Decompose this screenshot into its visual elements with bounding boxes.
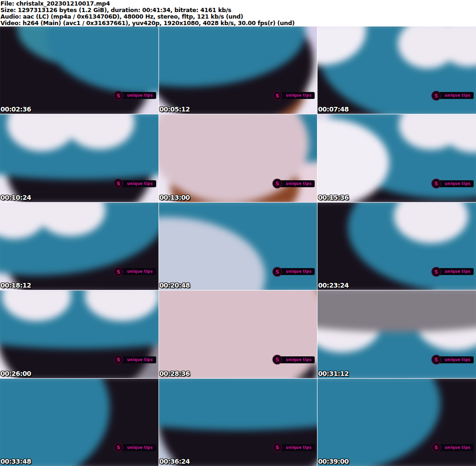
timestamp-overlay: 00:05:12 xyxy=(159,105,190,113)
tip-watermark: 5 unique tips xyxy=(433,356,474,363)
thumbnail-art xyxy=(159,203,317,290)
tip-watermark: 5 unique tips xyxy=(433,92,474,99)
tip-watermark-label: unique tips xyxy=(445,446,470,450)
tip-watermark-label: unique tips xyxy=(286,358,311,362)
tip-watermark: 5 unique tips xyxy=(433,444,474,451)
video-thumbnail: 00:13:00 5 unique tips xyxy=(159,114,317,202)
tip-watermark-label: unique tips xyxy=(286,182,311,186)
tip-badge-icon: 5 xyxy=(431,355,441,365)
video-thumbnail: 00:23:24 5 unique tips xyxy=(317,203,476,290)
thumbnail-art xyxy=(159,290,317,378)
video-thumbnail: 00:36:24 5 unique tips xyxy=(159,379,317,466)
thumbnail-art xyxy=(317,26,476,114)
tip-watermark: 5 unique tips xyxy=(115,92,156,99)
thumbnail-art xyxy=(0,114,159,202)
video-thumbnail: 00:31:12 5 unique tips xyxy=(317,290,476,378)
tip-watermark-label: unique tips xyxy=(286,269,311,274)
thumbnail-art xyxy=(0,203,159,290)
tip-watermark: 5 unique tips xyxy=(115,180,156,187)
timestamp-overlay: 00:39:00 xyxy=(318,458,349,465)
video-thumbnail: 00:07:48 5 unique tips xyxy=(317,26,476,114)
tip-watermark-label: unique tips xyxy=(445,269,470,274)
tip-watermark: 5 unique tips xyxy=(115,268,156,275)
thumbnail-art xyxy=(159,114,317,202)
tip-badge-icon: 5 xyxy=(113,355,123,365)
tip-badge-icon: 5 xyxy=(431,267,441,276)
tip-badge-icon: 5 xyxy=(113,91,123,100)
tip-watermark-label: unique tips xyxy=(286,446,311,450)
tip-watermark: 5 unique tips xyxy=(274,356,315,363)
timestamp-overlay: 00:26:00 xyxy=(0,370,31,377)
video-thumbnail: 00:05:12 5 unique tips xyxy=(159,26,317,114)
video-thumbnail: 00:28:36 5 unique tips xyxy=(159,290,317,378)
tip-badge-icon: 5 xyxy=(113,267,123,276)
timestamp-overlay: 00:28:36 xyxy=(159,370,190,377)
thumbnail-art xyxy=(159,26,317,114)
timestamp-overlay: 00:07:48 xyxy=(318,105,349,113)
video-thumbnail: 00:39:00 5 unique tips xyxy=(317,379,476,466)
video-thumbnail: 00:10:24 5 unique tips xyxy=(0,114,159,202)
tip-badge-icon: 5 xyxy=(272,355,282,365)
thumbnail-art xyxy=(0,26,159,114)
timestamp-overlay: 00:31:12 xyxy=(318,370,349,377)
video-thumbnail: 00:33:48 5 unique tips xyxy=(0,379,159,466)
tip-badge-icon: 5 xyxy=(272,91,282,100)
thumbnail-art xyxy=(159,379,317,466)
thumbnail-art xyxy=(317,203,476,290)
tip-watermark: 5 unique tips xyxy=(274,92,315,99)
timestamp-overlay: 00:20:48 xyxy=(159,282,190,289)
timestamp-overlay: 00:02:36 xyxy=(0,105,31,113)
tip-badge-icon: 5 xyxy=(431,443,441,453)
video-thumbnail: 00:02:36 5 unique tips xyxy=(0,26,159,114)
tip-watermark: 5 unique tips xyxy=(115,356,156,363)
timestamp-overlay: 00:23:24 xyxy=(318,282,349,289)
timestamp-overlay: 00:18:12 xyxy=(0,282,31,289)
tip-badge-icon: 5 xyxy=(431,179,441,189)
timestamp-overlay: 00:36:24 xyxy=(159,458,190,465)
timestamp-overlay: 00:10:24 xyxy=(0,194,31,201)
file-name-line: File: christalx_202301210017.mp4 xyxy=(0,0,476,7)
tip-badge-icon: 5 xyxy=(272,443,282,453)
video-info-line: Video: h264 (Main) (avc1 / 0x31637661), … xyxy=(0,20,476,26)
video-thumbnail: 00:20:48 5 unique tips xyxy=(159,203,317,290)
tip-badge-icon: 5 xyxy=(113,179,123,189)
tip-badge-icon: 5 xyxy=(272,267,282,276)
tip-watermark-label: unique tips xyxy=(445,93,470,98)
tip-watermark: 5 unique tips xyxy=(433,180,474,187)
tip-watermark: 5 unique tips xyxy=(274,180,315,187)
tip-watermark-label: unique tips xyxy=(445,358,470,362)
tip-watermark-label: unique tips xyxy=(127,182,152,186)
thumbnail-art xyxy=(317,114,476,202)
audio-info-line: Audio: aac (LC) (mp4a / 0x6134706D), 480… xyxy=(0,13,476,20)
thumbnail-art xyxy=(317,290,476,378)
thumbnail-grid: 00:02:36 5 unique tips 00:05:12 5 unique… xyxy=(0,26,476,466)
tip-watermark: 5 unique tips xyxy=(115,444,156,451)
timestamp-overlay: 00:33:48 xyxy=(0,458,31,465)
tip-watermark: 5 unique tips xyxy=(274,268,315,275)
tip-watermark-label: unique tips xyxy=(127,358,152,362)
tip-watermark-label: unique tips xyxy=(286,93,311,98)
video-thumbnail: 00:26:00 5 unique tips xyxy=(0,290,159,378)
tip-watermark: 5 unique tips xyxy=(433,268,474,275)
file-metadata-header: File: christalx_202301210017.mp4 Size: 1… xyxy=(0,0,476,26)
tip-watermark-label: unique tips xyxy=(127,93,152,98)
thumbnail-art xyxy=(317,379,476,466)
tip-watermark-label: unique tips xyxy=(445,182,470,186)
thumbnail-art xyxy=(0,379,159,466)
tip-badge-icon: 5 xyxy=(113,443,123,453)
tip-watermark-label: unique tips xyxy=(127,269,152,274)
file-size-line: Size: 1297313126 bytes (1.2 GiB), durati… xyxy=(0,7,476,13)
tip-badge-icon: 5 xyxy=(431,91,441,100)
tip-watermark-label: unique tips xyxy=(127,446,152,450)
timestamp-overlay: 00:15:36 xyxy=(318,194,349,201)
video-thumbnail: 00:15:36 5 unique tips xyxy=(317,114,476,202)
tip-badge-icon: 5 xyxy=(272,179,282,189)
timestamp-overlay: 00:13:00 xyxy=(159,194,190,201)
thumbnail-art xyxy=(0,290,159,378)
video-thumbnail: 00:18:12 5 unique tips xyxy=(0,203,159,290)
tip-watermark: 5 unique tips xyxy=(274,444,315,451)
